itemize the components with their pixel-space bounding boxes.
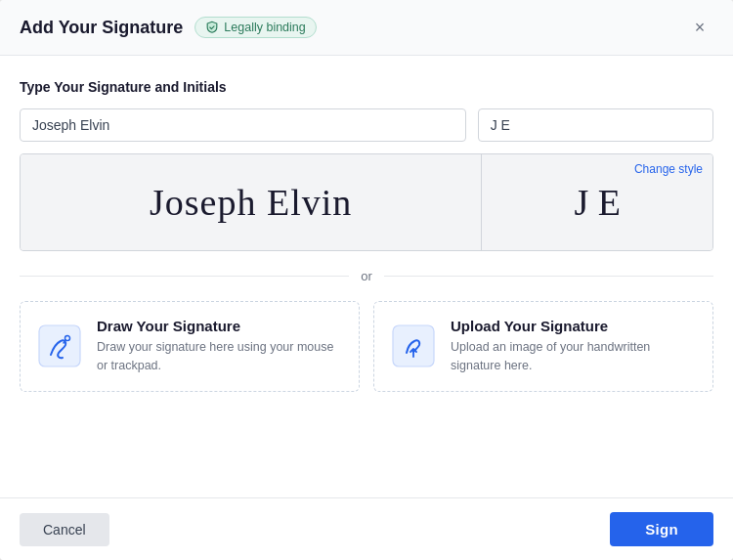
close-button[interactable]: × — [686, 14, 713, 41]
change-style-link[interactable]: Change style — [634, 162, 703, 176]
draw-desc: Draw your signature here using your mous… — [97, 338, 343, 375]
sign-button[interactable]: Sign — [610, 512, 713, 546]
upload-signature-icon — [391, 323, 436, 368]
close-icon: × — [695, 18, 706, 38]
signature-preview-text: Joseph Elvin — [150, 181, 352, 224]
draw-icon-wrap — [36, 323, 83, 369]
draw-text-wrap: Draw Your Signature Draw your signature … — [97, 318, 343, 375]
draw-title: Draw Your Signature — [97, 318, 343, 334]
signature-input[interactable] — [20, 108, 466, 142]
initials-input[interactable] — [478, 108, 713, 142]
draw-signature-card[interactable]: Draw Your Signature Draw your signature … — [20, 301, 360, 392]
modal-footer: Cancel Sign — [0, 497, 733, 560]
initials-preview: Change style J E — [482, 154, 712, 250]
upload-text-wrap: Upload Your Signature Upload an image of… — [451, 318, 697, 375]
svg-rect-2 — [393, 325, 434, 366]
upload-desc: Upload an image of your handwritten sign… — [451, 338, 697, 375]
options-row: Draw Your Signature Draw your signature … — [20, 301, 713, 392]
signature-preview: Joseph Elvin — [21, 154, 482, 250]
or-divider: or — [20, 269, 713, 283]
initials-preview-text: J E — [574, 181, 621, 224]
svg-rect-0 — [39, 325, 80, 366]
upload-title: Upload Your Signature — [451, 318, 697, 334]
modal-body: Type Your Signature and Initials Joseph … — [0, 56, 733, 497]
shield-icon — [205, 21, 219, 34]
inputs-row — [20, 108, 713, 142]
upload-icon-wrap — [390, 323, 437, 369]
legally-binding-text: Legally binding — [224, 21, 305, 34]
or-text: or — [361, 269, 372, 283]
upload-signature-card[interactable]: Upload Your Signature Upload an image of… — [373, 301, 713, 392]
add-signature-modal: Add Your Signature Legally binding × Typ… — [0, 0, 733, 560]
legally-binding-badge: Legally binding — [194, 17, 316, 38]
modal-title: Add Your Signature — [20, 18, 183, 38]
draw-signature-icon — [37, 323, 82, 368]
preview-row: Joseph Elvin Change style J E — [20, 153, 713, 251]
cancel-button[interactable]: Cancel — [20, 513, 109, 546]
section-label: Type Your Signature and Initials — [20, 79, 713, 95]
modal-header: Add Your Signature Legally binding × — [0, 0, 733, 56]
